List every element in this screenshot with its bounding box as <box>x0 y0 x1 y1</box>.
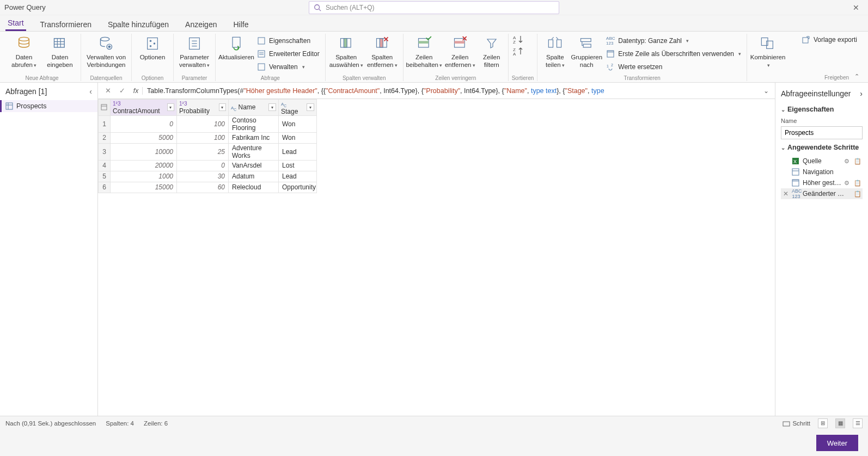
cell-probability[interactable]: 30 <box>177 171 229 182</box>
svg-rect-32 <box>418 41 429 44</box>
column-menu-probability[interactable]: ▾ <box>219 103 226 111</box>
tab-help[interactable]: Hilfe <box>231 17 250 31</box>
cell-contractamount[interactable]: 5000 <box>111 132 177 143</box>
cell-contractamount[interactable]: 1000 <box>111 171 177 182</box>
settings-expand-button[interactable]: › <box>860 89 863 98</box>
step-changed-type[interactable]: ✕ ABC123 Geänderter … 📋 <box>781 188 863 199</box>
column-header-probability[interactable]: 1²3 Probability ▾ <box>179 100 226 115</box>
tab-start[interactable]: Start <box>5 15 26 31</box>
clipboard-icon[interactable]: 📋 <box>854 190 861 198</box>
cell-name[interactable]: VanArsdel <box>229 160 279 171</box>
group-by-button[interactable]: Gruppieren nach <box>570 34 603 70</box>
advanced-editor-button[interactable]: Erweiterter Editor <box>255 48 322 60</box>
diagram-view-button[interactable]: ⊞ <box>818 418 828 428</box>
options-button[interactable]: Optionen <box>135 34 170 62</box>
gear-icon[interactable]: ⚙ <box>844 180 852 187</box>
close-button[interactable]: ✕ <box>848 1 864 14</box>
get-data-button[interactable]: Daten abrufen▾ <box>7 34 41 70</box>
row-number: 4 <box>99 160 111 171</box>
tab-transform[interactable]: Transformieren <box>38 17 94 31</box>
formula-commit-button[interactable]: ✓ <box>115 84 129 97</box>
cell-probability[interactable]: 100 <box>177 115 229 132</box>
cell-contractamount[interactable]: 10000 <box>111 143 177 160</box>
cell-stage[interactable]: Lost <box>279 160 317 171</box>
tab-add-column[interactable]: Spalte hinzufügen <box>106 17 171 31</box>
step-promoted-headers[interactable]: Höher gest… ⚙ 📋 <box>781 177 863 188</box>
column-header-contractamount[interactable]: 1²3 ContractAmount ▾ <box>113 100 174 115</box>
cell-contractamount[interactable]: 15000 <box>111 182 177 193</box>
table-row[interactable]: 61500060RelecloudOpportunity <box>99 182 317 193</box>
applied-steps-header[interactable]: Angewendete Schritte <box>781 141 863 153</box>
remove-rows-button[interactable]: Zeilen entfernen▾ <box>443 34 478 70</box>
collapse-queries-button[interactable]: ‹ <box>89 87 92 96</box>
cell-probability[interactable]: 60 <box>177 182 229 193</box>
schema-view-button[interactable]: ☰ <box>853 418 863 428</box>
cell-stage[interactable]: Won <box>279 115 317 132</box>
cell-name[interactable]: Adatum <box>229 171 279 182</box>
next-button[interactable]: Weiter <box>816 435 858 451</box>
fx-icon: fx <box>130 87 143 95</box>
enter-data-button[interactable]: Daten eingeben <box>42 34 77 70</box>
manage-connections-button[interactable]: Verwalten von Verbindungen <box>84 34 128 70</box>
table-row[interactable]: 4200000VanArsdelLost <box>99 160 317 171</box>
collapse-ribbon-button[interactable]: ⌃ <box>854 73 859 81</box>
step-navigation[interactable]: Navigation <box>781 167 863 177</box>
search-box[interactable]: Suchen (ALT+Q) <box>309 1 559 14</box>
table-row[interactable]: 10100Contoso FlooringWon <box>99 115 317 132</box>
formula-input[interactable]: Table.TransformColumnTypes(#"Höher gestu… <box>147 87 760 95</box>
table-row[interactable]: 31000025Adventure WorksLead <box>99 143 317 160</box>
cell-name[interactable]: Relecloud <box>229 182 279 193</box>
sort-asc-button[interactable]: AZ <box>513 35 524 45</box>
formula-cancel-button[interactable]: ✕ <box>101 84 114 97</box>
tab-view[interactable]: Anzeigen <box>183 17 219 31</box>
query-item-prospects[interactable]: Prospects <box>0 100 97 112</box>
replace-values-button[interactable]: 12 Werte ersetzen <box>604 61 743 73</box>
manage-parameters-button[interactable]: Parameter verwalten▾ <box>177 34 212 70</box>
cell-stage[interactable]: Lead <box>279 171 317 182</box>
cell-contractamount[interactable]: 0 <box>111 115 177 132</box>
cell-contractamount[interactable]: 20000 <box>111 160 177 171</box>
datatype-button[interactable]: ABC123 Datentyp: Ganze Zahl▾ <box>604 35 743 47</box>
properties-section-header[interactable]: Eigenschaften <box>781 103 863 115</box>
table-corner-button[interactable] <box>99 100 111 116</box>
cell-stage[interactable]: Won <box>279 132 317 143</box>
gear-icon[interactable]: ⚙ <box>844 158 852 165</box>
data-grid: 1²3 ContractAmount ▾ 1²3 Probability ▾ <box>98 99 317 193</box>
clipboard-icon[interactable]: 📋 <box>854 180 861 187</box>
remove-columns-button[interactable]: Spalten entfernen▾ <box>365 34 400 70</box>
split-column-icon <box>546 35 564 52</box>
column-header-name[interactable]: AC Name ▾ <box>231 103 276 112</box>
step-source[interactable]: X Quelle ⚙ 📋 <box>781 156 863 167</box>
table-row[interactable]: 5100030AdatumLead <box>99 171 317 182</box>
cell-probability[interactable]: 100 <box>177 132 229 143</box>
cell-name[interactable]: Contoso Flooring <box>229 115 279 132</box>
cell-name[interactable]: Fabrikam Inc <box>229 132 279 143</box>
column-menu-stage[interactable]: ▾ <box>307 103 314 111</box>
split-column-button[interactable]: Spalte teilen▾ <box>541 34 569 70</box>
cell-probability[interactable]: 0 <box>177 160 229 171</box>
table-row[interactable]: 25000100Fabrikam IncWon <box>99 132 317 143</box>
filter-rows-button[interactable]: Zeilen filtern <box>479 34 505 70</box>
choose-columns-button[interactable]: Spalten auswählen▾ <box>329 34 364 70</box>
refresh-button[interactable]: Aktualisieren <box>219 34 254 62</box>
step-indicator[interactable]: Schritt <box>783 420 810 427</box>
formula-expand-button[interactable]: ⌄ <box>761 87 772 95</box>
data-view-button[interactable]: ▦ <box>835 418 845 428</box>
manage-button[interactable]: Verwalten▾ <box>255 61 322 73</box>
export-template-button[interactable]: Vorlage exporti <box>799 34 859 46</box>
keep-rows-button[interactable]: Zeilen beibehalten▾ <box>407 34 442 70</box>
sort-desc-button[interactable]: ZA <box>513 47 524 57</box>
cell-stage[interactable]: Opportunity <box>279 182 317 193</box>
column-header-stage[interactable]: AC Stage ▾ <box>281 100 314 115</box>
delete-step-button[interactable]: ✕ <box>782 190 790 198</box>
column-menu-name[interactable]: ▾ <box>268 103 276 111</box>
cell-probability[interactable]: 25 <box>177 143 229 160</box>
cell-stage[interactable]: Lead <box>279 143 317 160</box>
cell-name[interactable]: Adventure Works <box>229 143 279 160</box>
first-row-headers-button[interactable]: Erste Zeile als Überschriften verwenden▾ <box>604 48 743 60</box>
query-name-input[interactable] <box>781 126 863 139</box>
properties-button[interactable]: Eigenschaften <box>255 35 322 47</box>
clipboard-icon[interactable]: 📋 <box>854 158 861 165</box>
column-menu-contractamount[interactable]: ▾ <box>167 103 174 111</box>
combine-button[interactable]: Kombinieren▾ <box>750 34 785 70</box>
